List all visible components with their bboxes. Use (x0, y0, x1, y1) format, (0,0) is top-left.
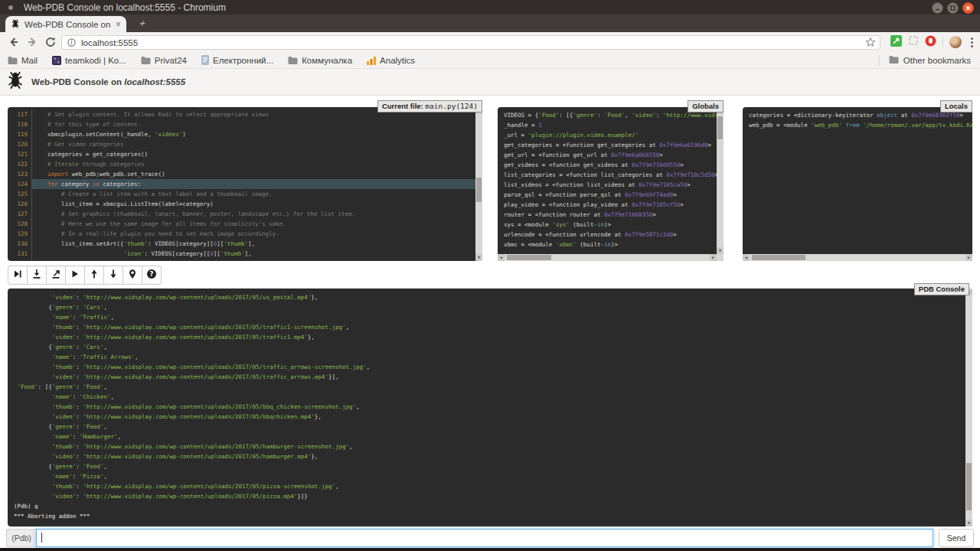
window-menu-icon (8, 5, 13, 10)
forward-button[interactable] (26, 36, 38, 48)
console-line: 'name': 'Chicken', (14, 392, 972, 402)
back-button[interactable] (8, 36, 20, 48)
locals-horizontal-scrollbar[interactable]: ◀▶ (743, 254, 972, 261)
step-next-icon (12, 269, 23, 282)
maximize-button[interactable] (947, 2, 959, 14)
source-code-panel: 117 # Set plugin content. It allows Kodi… (8, 107, 482, 261)
extensions-area (890, 35, 975, 49)
debug-button-next[interactable] (8, 266, 28, 285)
variable-line: _handle = 1 (504, 120, 724, 130)
bookmark-item[interactable]: Analytics (367, 56, 415, 65)
up-arrow-icon (89, 269, 100, 282)
window-titlebar: Web-PDB Console on localhost:5555 - Chro… (0, 0, 980, 15)
document-icon (201, 55, 209, 65)
profile-avatar[interactable] (949, 36, 962, 48)
address-bar[interactable]: localhost:5555 (61, 35, 880, 50)
variable-line: categories = <dictionary-keyiterator obj… (749, 110, 972, 120)
bookmark-item[interactable]: Mail (8, 56, 38, 65)
code-line: 131 'icon': VIDEOS[category][0]['thumb']… (8, 249, 482, 259)
bookmark-label: Електронний... (213, 56, 273, 65)
bookmark-item[interactable]: Коммуналка (288, 56, 352, 65)
globals-horizontal-scrollbar[interactable]: ◀▶ (498, 254, 717, 261)
send-button[interactable]: Send (939, 529, 974, 547)
screenshot-extension-icon[interactable] (908, 35, 919, 49)
browser-menu-button[interactable] (968, 37, 975, 47)
tab-strip: Web-PDB Console on loca × + (0, 15, 980, 32)
variable-line: xbmc = <module 'xbmc' (built-in)> (504, 240, 724, 249)
code-line: 126 list_item = xbmcgui.ListItem(label=c… (8, 199, 482, 209)
variable-line: router = <function router at 0x7f9e71068… (504, 210, 724, 220)
close-button[interactable] (962, 2, 974, 14)
bookmark-star-icon[interactable] (865, 37, 876, 51)
code-line: 118 # for this type of content. (8, 119, 482, 129)
current-file-tag: Current file: main.py(124) (377, 100, 482, 112)
step-out-icon (51, 269, 61, 282)
locals-lines: categories = <dictionary-keyiterator obj… (749, 110, 972, 130)
variable-line: play_video = <function play_video at 0x7… (504, 200, 724, 210)
debug-button-up[interactable] (84, 266, 104, 285)
variable-line: web_pdb = <module 'web_pdb' from '/home/… (749, 120, 972, 130)
locals-tag: Locals (940, 100, 972, 112)
svg-text:?: ? (150, 270, 154, 278)
reload-button[interactable] (44, 36, 57, 48)
code-line: 124 for category in categories: (8, 179, 482, 189)
browser-tab[interactable]: Web-PDB Console on loca × (5, 16, 126, 32)
site-info-icon[interactable] (67, 36, 76, 50)
bookmark-item[interactable]: Електронний... (201, 55, 273, 65)
debug-button-where[interactable] (122, 266, 142, 285)
console-lines: 'video': 'http://www.vidsplay.com/wp-con… (14, 292, 972, 521)
variable-line: get_categories = <function get_categorie… (504, 140, 724, 150)
adguard-extension-icon[interactable] (890, 35, 902, 50)
other-bookmarks-button[interactable]: Other bookmarks (879, 55, 980, 66)
code-line: 123 import web_pdb;web_pdb.set_trace() (8, 169, 482, 179)
debug-button-help[interactable]: ? (142, 266, 162, 285)
continue-icon (70, 269, 80, 282)
console-line: 'video': 'http://www.vidsplay.com/wp-con… (14, 372, 972, 382)
code-vertical-scrollbar[interactable]: ▲▼ (475, 107, 482, 261)
code-line: 129 # In a real-life plugin you need to … (8, 229, 482, 239)
console-line: 'name': 'Hamburger', (14, 432, 972, 442)
code-lines: 117 # Set plugin content. It allows Kodi… (8, 109, 482, 261)
bookmark-label: Analytics (380, 56, 415, 65)
bookmark-item[interactable]: teamkodi | Ko... (52, 56, 126, 65)
console-line: 'video': 'http://www.vidsplay.com/wp-con… (14, 292, 972, 302)
minimize-button[interactable] (932, 2, 943, 14)
console-line: 'video': 'http://www.vidsplay.com/wp-con… (14, 491, 972, 501)
toolbar-separator (942, 37, 943, 47)
code-line: 120 # Get video categories (8, 139, 482, 149)
debug-button-step[interactable] (27, 266, 47, 285)
code-line: 130 list_item.setArt({'thumb': VIDEOS[ca… (8, 239, 482, 249)
variable-line: parse_qsl = <function parse_qsl at 0x7f9… (504, 190, 724, 200)
tab-close-icon[interactable]: × (116, 20, 121, 29)
bug-logo-icon (6, 71, 24, 93)
code-line: 122 # Iterate through categories (8, 159, 482, 169)
help-icon: ? (146, 269, 157, 282)
console-vertical-scrollbar[interactable]: ▲▼ (965, 289, 972, 527)
page-title: Web-PDB Console on localhost:5555 (31, 77, 185, 86)
chart-icon (367, 56, 376, 65)
debug-button-continue[interactable] (65, 266, 85, 285)
bookmarks-bar: Mailteamkodi | Ko...Privat24Електронний.… (0, 52, 980, 69)
bookmark-item[interactable]: Privat24 (141, 56, 187, 65)
console-line: 'video': 'http://www.vidsplay.com/wp-con… (14, 452, 972, 461)
debug-button-return[interactable] (46, 266, 66, 285)
console-line: 'video': 'http://www.vidsplay.com/wp-con… (14, 412, 972, 422)
console-line: 'name': 'Traffic Arrows', (14, 352, 972, 362)
bookmark-label: teamkodi | Ko... (65, 56, 126, 65)
new-tab-button[interactable]: + (132, 18, 154, 29)
globals-vertical-scrollbar[interactable]: ▲▼ (717, 107, 724, 261)
debug-button-down[interactable] (103, 266, 123, 285)
pdb-command-input[interactable] (36, 529, 933, 547)
globals-tag: Globals (688, 100, 724, 112)
console-line: 'thumb': 'http://www.vidsplay.com/wp-con… (14, 362, 972, 372)
console-line: *** Aborting addon *** (14, 511, 972, 521)
pdb-console-tag: PDB Console (914, 283, 969, 295)
bookmark-label: Коммуналка (302, 56, 352, 65)
bookmark-label: Mail (21, 56, 38, 65)
code-line: 121 categories = get_categories() (8, 149, 482, 159)
bug-favicon-icon (11, 18, 20, 31)
console-line: 'thumb': 'http://www.vidsplay.com/wp-con… (14, 322, 972, 332)
blocker-extension-icon[interactable] (925, 35, 936, 50)
globals-panel: VIDEOS = {'Food': [{'genre': 'Food', 'vi… (498, 107, 724, 261)
window-bottom-edge (0, 548, 980, 551)
